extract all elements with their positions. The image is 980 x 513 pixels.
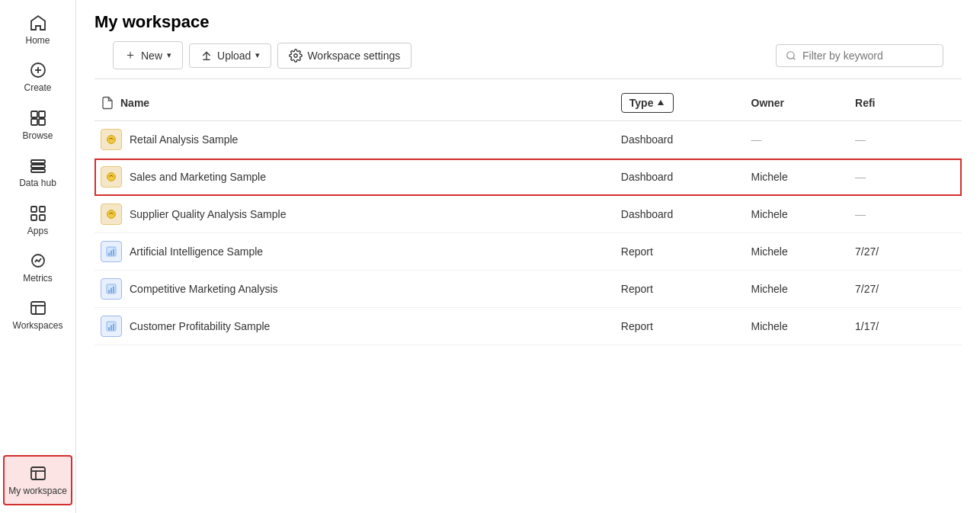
svg-rect-15: [31, 302, 45, 314]
table-row[interactable]: Artificial Intelligence Sample Report Mi…: [94, 233, 962, 271]
table-row[interactable]: Retail Analysis Sample Dashboard — —: [94, 121, 962, 159]
document-icon: [101, 96, 114, 110]
sidebar-item-workspaces[interactable]: Workspaces: [0, 291, 75, 338]
svg-rect-8: [31, 165, 45, 168]
sidebar: Home Create Browse Data hub: [0, 0, 76, 513]
sidebar-item-apps-label: Apps: [27, 226, 48, 236]
cell-name: Sales and Marketing Sample: [94, 159, 615, 196]
cell-refresh: 7/27/: [849, 233, 962, 271]
cell-refresh: —: [849, 196, 962, 233]
sidebar-item-datahub[interactable]: Data hub: [0, 149, 75, 196]
col-refresh-label: Refi: [855, 97, 875, 109]
upload-icon: [200, 50, 213, 62]
dashboard-icon: [101, 204, 122, 225]
svg-rect-9: [31, 169, 45, 172]
svg-point-29: [107, 210, 116, 219]
svg-rect-41: [113, 324, 114, 331]
cell-refresh: 7/27/: [849, 271, 962, 308]
svg-rect-33: [113, 249, 114, 256]
myworkspace-icon: [29, 464, 47, 483]
cell-type: Dashboard: [615, 196, 745, 233]
col-header-refresh: Refi: [849, 85, 962, 121]
table-row[interactable]: Sales and Marketing Sample Dashboard Mic…: [94, 159, 962, 196]
svg-rect-18: [31, 467, 45, 479]
svg-rect-12: [31, 215, 37, 220]
create-icon: [29, 61, 47, 79]
filter-keyword-input[interactable]: [802, 50, 924, 62]
workspace-settings-button[interactable]: Workspace settings: [277, 43, 412, 69]
item-name: Sales and Marketing Sample: [130, 171, 266, 183]
svg-point-24: [787, 51, 794, 58]
item-name: Retail Analysis Sample: [130, 133, 238, 146]
report-icon: [101, 241, 122, 262]
workspace-table: Name Type Owner: [94, 85, 962, 345]
table-row[interactable]: Competitive Marketing Analysis Report Mi…: [94, 271, 962, 308]
sidebar-item-workspaces-label: Workspaces: [13, 320, 63, 331]
cell-refresh: —: [849, 121, 962, 159]
table-wrapper: Name Type Owner: [94, 85, 962, 345]
col-owner-label: Owner: [751, 97, 785, 109]
cell-owner: Michele: [745, 308, 850, 345]
svg-rect-7: [31, 160, 45, 163]
sidebar-item-myworkspace-label: My workspace: [8, 486, 67, 496]
svg-point-28: [107, 173, 116, 181]
sidebar-item-create[interactable]: Create: [0, 53, 75, 101]
upload-button-label: Upload: [217, 50, 251, 62]
svg-rect-40: [110, 325, 112, 331]
sidebar-item-home-label: Home: [25, 35, 50, 46]
item-name: Artificial Intelligence Sample: [130, 245, 263, 258]
datahub-icon: [29, 156, 47, 175]
browse-icon: [29, 109, 47, 127]
col-type-label: Type: [629, 97, 654, 109]
svg-rect-36: [110, 288, 112, 293]
page-title: My workspace: [94, 12, 962, 32]
cell-type: Dashboard: [615, 159, 745, 196]
cell-refresh: 1/17/: [849, 308, 962, 345]
search-icon: [786, 50, 796, 61]
settings-icon: [289, 49, 303, 63]
toolbar: ＋ New ▾ Upload ▾ Workspace settings: [94, 41, 962, 79]
cell-owner: Michele: [745, 233, 850, 271]
svg-rect-37: [113, 287, 114, 293]
table-row[interactable]: Customer Profitability Sample Report Mic…: [94, 308, 962, 345]
svg-point-23: [294, 53, 298, 57]
upload-button[interactable]: Upload ▾: [189, 43, 271, 68]
table-header-row: Name Type Owner: [94, 85, 962, 121]
sidebar-item-create-label: Create: [24, 82, 51, 93]
col-header-owner: Owner: [745, 85, 850, 121]
cell-refresh: —: [849, 159, 962, 196]
svg-rect-35: [108, 290, 110, 293]
item-name: Customer Profitability Sample: [130, 320, 270, 332]
cell-owner: —: [745, 121, 850, 159]
filter-input-wrapper[interactable]: [776, 44, 943, 67]
cell-type: Report: [615, 308, 745, 345]
report-icon: [101, 316, 122, 337]
col-header-type[interactable]: Type: [615, 85, 745, 121]
workspaces-icon: [29, 299, 47, 317]
report-icon: [101, 278, 122, 300]
svg-rect-6: [39, 119, 45, 125]
new-button[interactable]: ＋ New ▾: [113, 41, 183, 69]
svg-rect-13: [40, 215, 45, 220]
home-icon: [29, 14, 47, 32]
table-row[interactable]: Supplier Quality Analysis Sample Dashboa…: [94, 196, 962, 233]
sidebar-item-metrics[interactable]: Metrics: [0, 244, 75, 291]
new-chevron-icon: ▾: [167, 50, 171, 60]
svg-rect-11: [40, 207, 45, 212]
sidebar-item-apps[interactable]: Apps: [0, 197, 75, 244]
svg-rect-5: [31, 119, 37, 125]
svg-rect-3: [31, 111, 37, 117]
svg-rect-32: [110, 251, 112, 256]
item-name: Competitive Marketing Analysis: [130, 283, 278, 295]
cell-type: Dashboard: [615, 121, 745, 159]
cell-name: Customer Profitability Sample: [94, 308, 615, 345]
sidebar-item-myworkspace[interactable]: My workspace: [3, 455, 72, 505]
sidebar-item-browse[interactable]: Browse: [0, 101, 75, 149]
sidebar-item-home[interactable]: Home: [0, 6, 75, 53]
svg-rect-4: [39, 111, 45, 117]
plus-icon: ＋: [124, 47, 136, 63]
sidebar-item-metrics-label: Metrics: [23, 273, 53, 284]
cell-type: Report: [615, 233, 745, 271]
svg-rect-39: [108, 327, 110, 330]
cell-owner: Michele: [745, 271, 850, 308]
